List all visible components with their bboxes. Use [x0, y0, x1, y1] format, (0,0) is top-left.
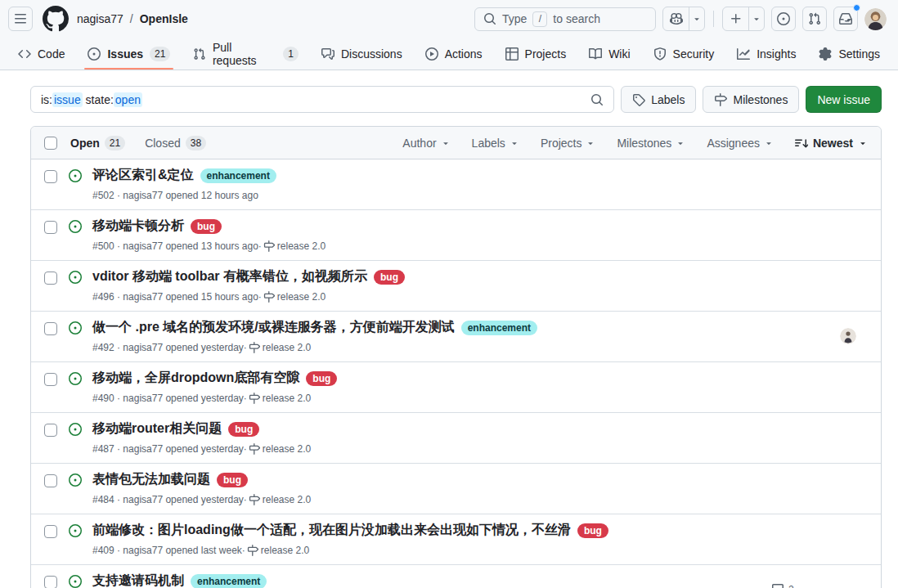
- issue-label[interactable]: enhancement: [200, 168, 276, 183]
- issue-milestone[interactable]: release 2.0: [249, 443, 311, 455]
- global-search-input[interactable]: Type / to search: [474, 7, 656, 31]
- issue-label[interactable]: bug: [217, 473, 248, 487]
- select-all-checkbox[interactable]: [44, 137, 57, 150]
- issue-label[interactable]: bug: [577, 523, 608, 538]
- assignee-avatar[interactable]: [840, 328, 856, 344]
- issue-checkbox[interactable]: [44, 525, 57, 538]
- tab-wiki[interactable]: Wiki: [581, 38, 638, 70]
- hamburger-menu-button[interactable]: [8, 7, 33, 31]
- comment-icon: [771, 583, 784, 588]
- search-submit-button[interactable]: [586, 88, 608, 111]
- issue-milestone[interactable]: release 2.0: [249, 393, 311, 404]
- issue-milestone[interactable]: release 2.0: [263, 291, 326, 303]
- open-issues-toggle[interactable]: Open 21: [70, 136, 125, 150]
- tab-settings[interactable]: Settings: [810, 38, 888, 70]
- issue-meta-text: #502 · nagisa77 opened 12 hours ago: [92, 190, 258, 201]
- issue-meta: #484 · nagisa77 opened yesterday· releas…: [92, 494, 771, 505]
- github-mark-icon: [43, 6, 69, 32]
- your-issues-button[interactable]: [771, 7, 796, 31]
- issue-checkbox[interactable]: [44, 474, 57, 487]
- issues-filter-row: is:issue state:open Labels Milestones Ne…: [30, 86, 882, 113]
- issue-checkbox[interactable]: [44, 170, 57, 183]
- closed-issues-toggle[interactable]: Closed 38: [145, 136, 206, 150]
- issue-milestone[interactable]: release 2.0: [263, 240, 326, 252]
- tab-code[interactable]: Code: [10, 38, 73, 70]
- issue-label[interactable]: bug: [191, 219, 222, 234]
- filter-dropdown[interactable]: Projects: [541, 137, 596, 150]
- issue-title-link[interactable]: 移动端卡顿分析: [92, 218, 184, 235]
- labels-button[interactable]: Labels: [621, 86, 696, 113]
- issue-title-link[interactable]: 移动端router相关问题: [92, 420, 222, 438]
- issue-meta-text: #487 · nagisa77 opened yesterday·: [92, 443, 247, 455]
- sort-dropdown[interactable]: Newest: [795, 137, 868, 150]
- tab-projects[interactable]: Projects: [497, 38, 575, 70]
- issue-title-link[interactable]: 评论区索引&定位: [92, 167, 194, 184]
- triangle-down-icon: [858, 138, 868, 148]
- tab-discussions[interactable]: Discussions: [313, 38, 411, 70]
- issue-checkbox[interactable]: [44, 373, 57, 386]
- tab-issues[interactable]: Issues 21: [79, 38, 178, 70]
- breadcrumb-owner-link[interactable]: nagisa77: [77, 12, 123, 25]
- issue-title-link[interactable]: 前端修改：图片loading做一个适配，现在图片没加载出来会出现如下情况，不丝滑: [92, 522, 571, 539]
- tab-pull-requests[interactable]: Pull requests 1: [185, 38, 307, 70]
- filter-dropdown[interactable]: Milestones: [617, 137, 685, 150]
- issue-main: 移动端卡顿分析 bug #500 · nagisa77 opened 13 ho…: [92, 218, 771, 252]
- github-logo[interactable]: [43, 6, 69, 32]
- comment-count[interactable]: 2: [771, 583, 794, 588]
- issue-title-link[interactable]: 支持邀请码机制: [92, 572, 184, 588]
- your-pull-requests-button[interactable]: [802, 7, 827, 31]
- issue-title-link[interactable]: 移动端，全屏dropdown底部有空隙: [92, 370, 299, 387]
- create-new-button[interactable]: [723, 7, 749, 30]
- issue-checkbox[interactable]: [44, 221, 57, 234]
- issue-label[interactable]: bug: [306, 371, 337, 386]
- filter-dropdown[interactable]: Assignees: [707, 137, 774, 150]
- issue-milestone[interactable]: release 2.0: [249, 342, 311, 353]
- issue-main: 表情包无法加载问题 bug #484 · nagisa77 opened yes…: [92, 471, 771, 505]
- milestone-icon: [249, 393, 260, 404]
- issue-meta: #502 · nagisa77 opened 12 hours ago: [92, 190, 771, 201]
- tab-security[interactable]: Security: [645, 38, 723, 70]
- user-avatar[interactable]: [864, 8, 887, 30]
- closed-count-badge: 38: [186, 136, 206, 150]
- tab-insights[interactable]: Insights: [729, 38, 804, 70]
- issue-label[interactable]: enhancement: [461, 321, 537, 335]
- sort-desc-icon: [795, 137, 808, 150]
- triangle-down-icon: [510, 138, 519, 148]
- issue-label[interactable]: bug: [228, 422, 259, 437]
- open-issue-icon: [69, 474, 82, 487]
- issue-row: 支持邀请码机制 enhancement #401 · nagisa77 open…: [31, 565, 881, 588]
- tab-actions[interactable]: Actions: [417, 38, 491, 70]
- breadcrumb-repo-link[interactable]: OpenIsle: [140, 12, 188, 25]
- tab-label: Projects: [525, 47, 567, 61]
- issue-checkbox[interactable]: [44, 424, 57, 437]
- issue-milestone[interactable]: release 2.0: [249, 494, 311, 505]
- issue-main: 移动端，全屏dropdown底部有空隙 bug #490 · nagisa77 …: [92, 370, 771, 404]
- issue-row: 表情包无法加载问题 bug #484 · nagisa77 opened yes…: [31, 464, 881, 514]
- avatar-image: [864, 8, 887, 30]
- unread-notification-dot: [853, 4, 860, 11]
- issue-main: 做一个 .pre 域名的预发环境/或裸连服务器，方便前端开发测试 enhance…: [92, 319, 771, 353]
- query-qualifier: state:: [83, 93, 114, 106]
- issue-checkbox[interactable]: [44, 322, 57, 335]
- create-new-dropdown-caret[interactable]: [749, 7, 764, 30]
- tab-label: Security: [673, 47, 715, 61]
- issue-main: 移动端router相关问题 bug #487 · nagisa77 opened…: [92, 420, 771, 455]
- milestones-button[interactable]: Milestones: [703, 86, 799, 113]
- filter-dropdown[interactable]: Author: [402, 137, 450, 150]
- issue-label[interactable]: bug: [374, 270, 405, 285]
- git-pull-request-icon: [193, 47, 205, 61]
- milestone-icon: [249, 443, 260, 455]
- issue-checkbox[interactable]: [44, 272, 57, 285]
- issue-checkbox[interactable]: [44, 576, 57, 588]
- copilot-button[interactable]: [663, 7, 689, 30]
- issue-title-link[interactable]: 表情包无法加载问题: [92, 471, 210, 488]
- shield-icon: [653, 47, 667, 61]
- issue-title-link[interactable]: vditor 移动端 toolbar 有概率错位，如视频所示: [92, 268, 367, 285]
- filter-dropdown[interactable]: Labels: [472, 137, 519, 150]
- issue-milestone[interactable]: release 2.0: [247, 545, 309, 556]
- issue-label[interactable]: enhancement: [191, 574, 267, 588]
- copilot-dropdown-caret[interactable]: [689, 7, 704, 30]
- new-issue-button[interactable]: New issue: [806, 86, 882, 113]
- issues-search-input[interactable]: is:issue state:open: [30, 86, 614, 113]
- issue-title-link[interactable]: 做一个 .pre 域名的预发环境/或裸连服务器，方便前端开发测试: [92, 319, 455, 336]
